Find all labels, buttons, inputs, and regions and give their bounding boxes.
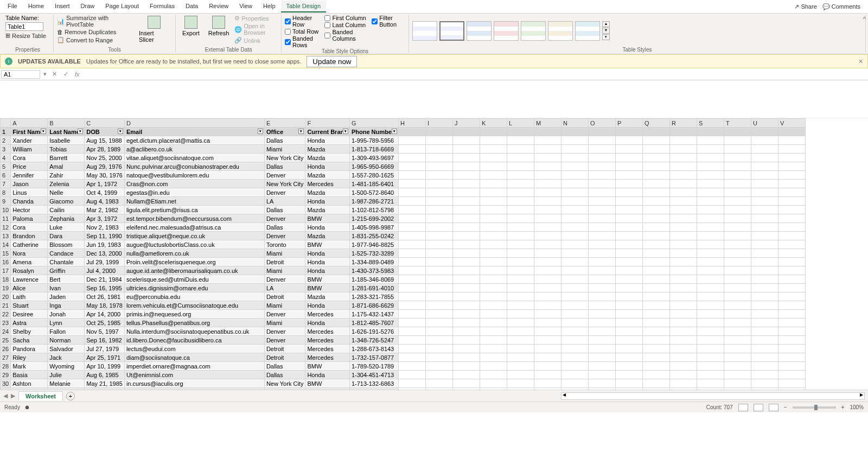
cell[interactable] [697, 258, 724, 266]
cell[interactable]: Sacha [11, 336, 48, 345]
cell[interactable] [398, 388, 425, 390]
row-header[interactable]: 14 [1, 240, 11, 249]
cell[interactable] [642, 214, 669, 223]
cell[interactable]: Zephania [48, 214, 85, 223]
cell[interactable] [507, 371, 534, 379]
cell[interactable]: Dallas [264, 388, 305, 390]
cell[interactable] [561, 292, 588, 301]
cell[interactable] [534, 353, 561, 362]
cell[interactable] [480, 379, 507, 388]
sheet-prev-icon[interactable]: ◀ [3, 392, 8, 399]
cell[interactable] [398, 362, 425, 371]
cell[interactable] [425, 327, 452, 336]
cell[interactable] [724, 206, 751, 214]
cell[interactable]: Chantale [48, 258, 85, 266]
cell[interactable] [642, 310, 669, 319]
cell[interactable]: eleifend.nec.malesuada@atrisus.ca [124, 223, 264, 232]
col-header-K[interactable]: K [480, 119, 507, 128]
cell[interactable] [452, 188, 480, 197]
cell[interactable] [669, 379, 697, 388]
cell[interactable] [561, 136, 588, 145]
cell[interactable] [480, 284, 507, 292]
cell[interactable]: BMW [305, 362, 350, 371]
col-header-F[interactable]: F [305, 119, 350, 128]
cell[interactable]: Price [11, 162, 48, 171]
filter-arrow-icon[interactable]: ▾ [343, 129, 348, 134]
cell[interactable] [778, 284, 805, 292]
cell[interactable]: Nunc.pulvinar.arcu@conubianostraper.edu [124, 162, 264, 171]
cell[interactable] [561, 223, 588, 232]
cell[interactable] [534, 171, 561, 180]
cell[interactable] [507, 327, 534, 336]
cell[interactable]: 1-557-280-1625 [349, 171, 398, 180]
cell[interactable] [724, 345, 751, 353]
cell[interactable]: Ut@enimnisl.com [124, 371, 264, 379]
row-header[interactable]: 28 [1, 362, 11, 371]
cell[interactable]: 1-987-286-2721 [349, 197, 398, 206]
insert-slicer-button[interactable]: Insert Slicer [136, 15, 172, 44]
cell[interactable]: 1-789-520-1789 [349, 362, 398, 371]
cell[interactable] [588, 223, 615, 232]
cell[interactable] [507, 275, 534, 284]
cell[interactable] [561, 232, 588, 240]
cell[interactable]: Astra [11, 319, 48, 327]
cell[interactable] [561, 345, 588, 353]
cell[interactable] [724, 301, 751, 310]
cell[interactable] [561, 362, 588, 371]
cell[interactable]: Apr 10, 1999 [85, 362, 125, 371]
summarize-pivot-button[interactable]: 📊 Summarize with PivotTable [57, 15, 133, 28]
cell[interactable]: New York City [264, 154, 305, 162]
cell[interactable] [724, 171, 751, 180]
cell[interactable]: Lynn [48, 319, 85, 327]
cell[interactable] [751, 327, 778, 336]
row-header[interactable]: 31 [1, 388, 11, 390]
cell[interactable] [724, 223, 751, 232]
cell[interactable] [398, 319, 425, 327]
cell[interactable] [642, 249, 669, 258]
header-cell[interactable] [588, 128, 615, 136]
cell[interactable] [778, 258, 805, 266]
cell[interactable] [669, 310, 697, 319]
cell[interactable] [452, 371, 480, 379]
header-cell[interactable] [452, 128, 480, 136]
cell[interactable] [778, 379, 805, 388]
zoom-slider[interactable] [793, 406, 836, 409]
cell[interactable] [751, 310, 778, 319]
cell[interactable] [697, 388, 724, 390]
cell[interactable] [588, 171, 615, 180]
cell[interactable] [751, 223, 778, 232]
enter-formula-icon[interactable]: ✓ [60, 71, 72, 78]
cell[interactable] [669, 266, 697, 275]
cell[interactable] [642, 319, 669, 327]
cell[interactable] [778, 319, 805, 327]
cell[interactable]: 1-812-485-7607 [349, 319, 398, 327]
remove-duplicates-button[interactable]: 🗑 Remove Duplicates [57, 29, 133, 35]
cell[interactable] [452, 145, 480, 154]
cell[interactable]: 1-175-432-1437 [349, 310, 398, 319]
cell[interactable] [697, 275, 724, 284]
cell[interactable]: LA [264, 284, 305, 292]
cell[interactable]: Oct 25, 1985 [85, 319, 125, 327]
cell[interactable] [398, 154, 425, 162]
row-header[interactable]: 29 [1, 371, 11, 379]
cell[interactable]: Lawrence [11, 275, 48, 284]
cell[interactable]: Aug 15, 1988 [85, 136, 125, 145]
cell[interactable] [697, 188, 724, 197]
cell[interactable] [615, 258, 642, 266]
add-sheet-button[interactable]: + [66, 392, 75, 400]
cell[interactable] [697, 319, 724, 327]
cell[interactable] [615, 188, 642, 197]
cell[interactable] [751, 171, 778, 180]
cell[interactable] [507, 249, 534, 258]
cell[interactable] [724, 240, 751, 249]
tab-home[interactable]: Home [23, 1, 49, 12]
header-cell[interactable]: Phone Number▾ [349, 128, 398, 136]
cell[interactable] [425, 310, 452, 319]
cell[interactable]: eget.dictum.placerat@mattis.ca [124, 136, 264, 145]
cell[interactable]: Linus [11, 188, 48, 197]
tab-file[interactable]: File [2, 1, 23, 12]
cell[interactable]: 1-288-673-8143 [349, 345, 398, 353]
cell[interactable] [778, 197, 805, 206]
cell[interactable] [452, 240, 480, 249]
cell[interactable] [561, 145, 588, 154]
